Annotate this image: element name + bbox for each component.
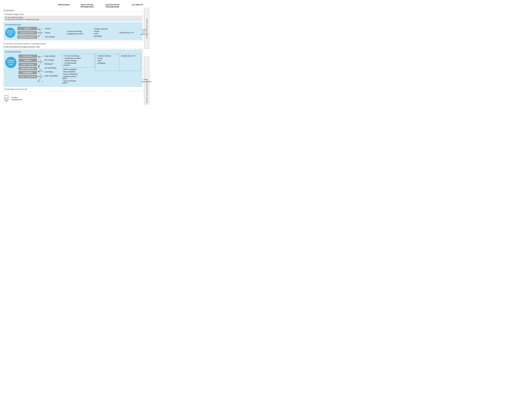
qual-dashed-4: Complementaryproducts bbox=[63, 62, 94, 66]
pre-products-label: Pre-products bbox=[3, 9, 150, 12]
element-main: Element bbox=[18, 59, 37, 62]
header-processes: PROCESSES bbox=[54, 3, 74, 9]
arrow-svg-bottom bbox=[38, 54, 43, 85]
product-dev-label: Product development (single production s… bbox=[3, 45, 150, 48]
a3-label-top: A3 manufacturing bbox=[5, 24, 141, 26]
process-formshaping: form shaping bbox=[45, 36, 64, 38]
svg-line-15 bbox=[39, 71, 41, 76]
element-sub: Sub-element bbox=[18, 55, 37, 58]
qual-extra-5: Type of actuationsystem bbox=[62, 80, 95, 84]
quant-list-top: Auxiliary materials energy water packagi… bbox=[93, 28, 117, 37]
qual-extra-3: Scale of adaptation bbox=[62, 73, 95, 75]
element-comp: Component bbox=[18, 71, 37, 74]
qual-item-process-tech: Process technology bbox=[66, 30, 91, 32]
element-boxes: Sub-element Element Super - element Sub-… bbox=[18, 55, 37, 78]
quant-item-water-b: water bbox=[96, 60, 118, 62]
qual-item-geo: Geographical location bbox=[66, 33, 91, 35]
quant-item-aux: Auxiliary materials bbox=[93, 28, 117, 30]
legend-label: Product development bbox=[12, 96, 22, 101]
svg-line-12 bbox=[39, 66, 41, 71]
quant-item-energy-b: energy bbox=[96, 57, 118, 59]
qual-extra-2: Data availability bbox=[62, 71, 95, 73]
svg-marker-21 bbox=[5, 99, 8, 102]
a1-label: A1 raw materials supply bbox=[5, 16, 141, 18]
a3-inner-top: adaptivity on micro scale material compo… bbox=[5, 27, 141, 39]
transport-label-between: A2 transport (commercial material to man… bbox=[3, 42, 150, 45]
a3-inner-bottom: adaptivity on macro scale Sub-element El… bbox=[5, 54, 141, 85]
arrow-svg-top bbox=[38, 27, 43, 38]
qual-list-top: Process technology Geographical location bbox=[66, 30, 91, 35]
header-row: PROCESSES QUALITATIVE PARAMETERS QUANTIT… bbox=[54, 3, 150, 9]
process-refining: refining bbox=[45, 28, 64, 30]
a3-top-section: A3 manufacturing adaptivity on micro sca… bbox=[4, 22, 142, 40]
element-supercomp: Super - components bbox=[18, 75, 37, 78]
arrows-top bbox=[38, 27, 43, 38]
header-qual: QUALITATIVE PARAMETERS bbox=[74, 3, 100, 9]
lca-col-bottom-wrap: Quantity (Kg or m²) + other components bbox=[119, 54, 141, 84]
processes-col-top: refining mixing form shaping bbox=[44, 27, 64, 38]
legend-icon bbox=[3, 95, 10, 102]
quant-item-water: water bbox=[93, 33, 117, 35]
element-subcomp: Sub-component bbox=[18, 67, 37, 70]
adaptivity-circle-top: adaptivity on micro scale bbox=[5, 28, 15, 38]
quant-dashed-box: Auxiliary materials energy water packagi… bbox=[95, 54, 119, 71]
qual-dashed-2: Geographical location bbox=[63, 57, 94, 59]
mat-box-commercial: commercial material bbox=[17, 35, 37, 39]
qual-col-bottom: Process technology Geographical location… bbox=[62, 54, 95, 84]
proc-finishing: finishing off bbox=[44, 63, 61, 65]
qual-extra-list: Market availability Data availability Sc… bbox=[62, 68, 95, 84]
element-super: Super - element bbox=[18, 63, 37, 66]
svg-line-17 bbox=[39, 76, 41, 81]
proc-final: final shaping bbox=[44, 59, 61, 61]
proc-subassem: sub assembling bbox=[44, 67, 61, 69]
quant-item-aux-b: Auxiliary materials bbox=[96, 55, 118, 57]
svg-rect-19 bbox=[4, 95, 8, 98]
qual-dashed-list: Process technology Geographical location… bbox=[63, 55, 94, 66]
legend-area: Product development bbox=[3, 95, 150, 102]
lca-item-qty-b: Quantity (Kg or m²) bbox=[120, 55, 140, 57]
bottom-outer-box: A3 manufacturing adaptivity on macro sca… bbox=[3, 48, 143, 92]
lca-list-bottom: Quantity (Kg or m²) bbox=[120, 55, 140, 57]
arrows-bottom bbox=[38, 54, 43, 85]
quant-item-packaging: packaging bbox=[93, 35, 117, 37]
qual-extra-4: Adaptive systems'family bbox=[62, 75, 95, 79]
qual-dashed-1: Process technology bbox=[63, 55, 94, 57]
quant-item-packaging-b: packaging bbox=[96, 62, 118, 64]
quant-col-bottom-wrap: Auxiliary materials energy water packagi… bbox=[95, 54, 119, 84]
processes-col-bottom: rough shaping final shaping finishing of… bbox=[44, 54, 61, 77]
qual-col-top: Process technology Geographical location bbox=[65, 30, 91, 35]
svg-line-8 bbox=[39, 57, 41, 62]
header-quant: QUANTITATIVE PARAMETERS bbox=[100, 3, 125, 9]
a3-label-bottom: A3 manufacturing bbox=[5, 51, 141, 53]
construction-label: Construction process A4-A5 bbox=[4, 88, 142, 91]
right-label-reused-materials: Reused / Recycled materials bbox=[144, 8, 150, 49]
page-wrapper: PROCESSES QUALITATIVE PARAMETERS QUANTIT… bbox=[3, 3, 150, 102]
qual-dashed-3: Waste materials bbox=[63, 60, 94, 62]
svg-line-2 bbox=[39, 29, 41, 33]
material-boxes-top: material composite material commercial m… bbox=[17, 27, 37, 39]
stage-label-top: Production stage A1-A3 bbox=[4, 13, 142, 16]
proc-super: super assembling bbox=[44, 75, 61, 77]
mat-box-material: material bbox=[17, 27, 37, 30]
qual-extra-1: Market availability bbox=[62, 68, 95, 70]
quant-list-bottom: Auxiliary materials energy water packagi… bbox=[96, 55, 118, 64]
proc-rough: rough shaping bbox=[44, 55, 61, 57]
svg-line-5 bbox=[39, 33, 41, 36]
qual-dashed-box: Process technology Geographical location… bbox=[62, 54, 95, 67]
bottom-right-cols: Process technology Geographical location… bbox=[62, 54, 141, 84]
a2-label: A2 transport (materials to manufacturing… bbox=[5, 18, 141, 20]
lca-dashed-box: Quantity (Kg or m²) bbox=[119, 54, 141, 71]
lca-list-top: Quantity (Kg or m²) bbox=[118, 32, 140, 34]
lca-col-top: Quantity (Kg or m²) + other pre-products bbox=[118, 32, 140, 34]
adaptivity-circle-bottom: adaptivity on macro scale bbox=[5, 57, 16, 68]
right-label-reused-components: Reused components, sub-systems bbox=[144, 57, 150, 105]
mat-box-composite: composite material bbox=[17, 31, 37, 34]
quant-col-top: Auxiliary materials energy water packagi… bbox=[92, 28, 117, 38]
a1a2-area: A1 raw materials supply A2 transport (ma… bbox=[4, 16, 142, 21]
top-outer-box: Production stage A1-A3 A1 raw materials … bbox=[3, 12, 143, 41]
lca-item-qty: Quantity (Kg or m²) bbox=[118, 32, 140, 34]
proc-assembling: assembling bbox=[44, 71, 61, 73]
process-mixing: mixing bbox=[45, 32, 64, 34]
svg-line-10 bbox=[39, 62, 41, 66]
a3-bottom-section: A3 manufacturing adaptivity on macro sca… bbox=[4, 49, 142, 87]
